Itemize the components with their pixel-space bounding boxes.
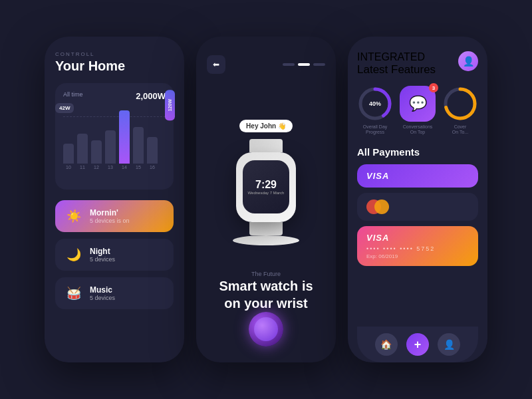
watch-time: 7:29	[255, 179, 277, 191]
bar-column	[105, 130, 116, 164]
phone3-header: INTEGRATED Latest Features 👤	[357, 51, 478, 76]
partial-donut: CoverOn To...	[442, 86, 478, 136]
bar-label: 13	[108, 165, 113, 170]
bar-column	[91, 140, 102, 164]
back-button[interactable]: ⬅	[207, 55, 225, 74]
bar-item: 11	[77, 134, 88, 170]
donut-label-1: Overall DayProgress	[363, 124, 388, 136]
mode-name: Music	[90, 285, 115, 295]
phone-1: CONTROLL Your Home All time 2,000W 42W 1…	[45, 37, 184, 362]
mode-info: Mornin' 5 devices is on	[90, 208, 130, 224]
modes-container: ☀️ Mornin' 5 devices is on 🌙 Night 5 dev…	[55, 200, 174, 309]
siri-inner	[254, 317, 278, 341]
bar-column	[63, 144, 74, 164]
user-avatar[interactable]: 👤	[458, 51, 478, 71]
main-headline: Smart watch is on your wrist	[219, 277, 313, 312]
energy-chart: All time 2,000W 42W 120W 10111213141516	[55, 83, 174, 190]
bar-column	[77, 134, 88, 164]
bar-column	[119, 110, 130, 164]
watch-plate	[233, 235, 299, 245]
card-expiry: Exp: 06/2019	[366, 253, 469, 259]
watch-screen: 7:29 Wednesday 7 March	[243, 160, 289, 213]
donut-inner-2	[448, 91, 473, 116]
donut-wrap-2	[442, 86, 478, 122]
watch-body: 7:29 Wednesday 7 March	[236, 152, 296, 222]
bar-item: 15	[133, 127, 144, 170]
bar-item: 14	[119, 110, 130, 170]
chat-card: 💬 3 ConversationsOn Top	[400, 86, 436, 136]
mode-name: Mornin'	[90, 208, 130, 217]
bottom-nav: 🏠 + 👤	[357, 327, 478, 362]
card-number: •••• •••• •••• 5752	[366, 245, 469, 252]
mastercard-icon	[366, 200, 469, 214]
chat-card-icon[interactable]: 💬 3	[400, 86, 436, 122]
watch-band-bottom	[249, 222, 283, 235]
bar-item: 12	[91, 140, 102, 170]
chart-all-time: All time	[63, 91, 83, 98]
chat-icon: 💬	[409, 95, 427, 112]
visa-label-1: VISA	[366, 171, 469, 181]
bar-item: 10	[63, 144, 74, 170]
badge-120w: 120W	[165, 90, 175, 120]
mastercard-card[interactable]	[357, 193, 478, 221]
watch-image: 7:29 Wednesday 7 March	[223, 139, 309, 225]
phone2-top-bar: ⬅	[207, 55, 325, 74]
hey-text: Hey John 👋	[246, 122, 286, 130]
mode-name: Night	[90, 247, 115, 256]
visa-card-purple[interactable]: VISA	[357, 164, 478, 188]
mode-card[interactable]: ☀️ Mornin' 5 devices is on	[55, 200, 174, 232]
mc-right	[374, 200, 389, 214]
dot-3	[313, 63, 325, 66]
bar-label: 14	[122, 165, 127, 170]
chat-label: ConversationsOn Top	[403, 124, 433, 136]
donut-label-2: CoverOn To...	[452, 124, 468, 136]
add-nav-button[interactable]: +	[406, 333, 429, 356]
phone-2: ⬅ Hey John 👋 7:29 Wednesday 7 March The …	[196, 37, 336, 362]
dot-1	[283, 63, 295, 66]
bar-label: 16	[150, 165, 155, 170]
integrated-label: INTEGRATED	[357, 51, 436, 63]
mode-icon: 🌙	[65, 247, 83, 262]
donut-wrap-1: 40%	[357, 86, 393, 122]
page-dots	[283, 63, 325, 66]
mode-icon: 🥁	[65, 286, 83, 301]
bar-label: 11	[80, 165, 85, 170]
chat-badge: 3	[429, 83, 438, 92]
label-small: CONTROLL	[55, 51, 174, 57]
future-label: The Future	[251, 271, 281, 277]
mode-card[interactable]: 🌙 Night 5 devices	[55, 239, 174, 271]
bar-item: 13	[105, 130, 116, 170]
watch-section: Hey John 👋 7:29 Wednesday 7 March	[223, 74, 309, 271]
bar-item: 16	[147, 137, 158, 170]
visa-label-2: VISA	[366, 233, 469, 243]
bar-column	[133, 127, 144, 164]
features-section: 40% Overall DayProgress 💬 3 Conversation…	[357, 86, 478, 136]
home-nav-button[interactable]: 🏠	[375, 333, 398, 356]
chart-watts: 2,000W	[136, 91, 166, 101]
watch-band-top	[249, 139, 283, 152]
page-title: Your Home	[55, 59, 174, 74]
dot-2	[298, 63, 310, 66]
mode-sub: 5 devices is on	[90, 217, 130, 224]
watch-date: Wednesday 7 March	[248, 191, 285, 195]
bar-column	[147, 137, 158, 164]
hey-badge: Hey John 👋	[239, 120, 293, 132]
bar-chart: 10111213141516	[63, 106, 166, 170]
mode-icon: ☀️	[65, 209, 83, 223]
features-title: Latest Features	[357, 63, 436, 76]
mode-info: Music 5 devices	[90, 285, 115, 301]
bar-label: 15	[136, 165, 141, 170]
donut-percent: 40%	[369, 100, 381, 107]
phone-3: INTEGRATED Latest Features 👤 40% Overall…	[348, 37, 487, 362]
mode-card[interactable]: 🥁 Music 5 devices	[55, 277, 174, 309]
visa-card-pink[interactable]: VISA •••• •••• •••• 5752 Exp: 06/2019	[357, 226, 478, 266]
mode-info: Night 5 devices	[90, 247, 115, 263]
profile-nav-button[interactable]: 👤	[438, 333, 460, 356]
payments-title: All Payments	[357, 146, 478, 158]
mode-sub: 5 devices	[90, 295, 115, 301]
progress-donut: 40% Overall DayProgress	[357, 86, 393, 136]
siri-orb[interactable]	[249, 312, 283, 346]
bar-label: 12	[94, 165, 99, 170]
mode-sub: 5 devices	[90, 256, 115, 263]
bar-label: 10	[66, 165, 71, 170]
